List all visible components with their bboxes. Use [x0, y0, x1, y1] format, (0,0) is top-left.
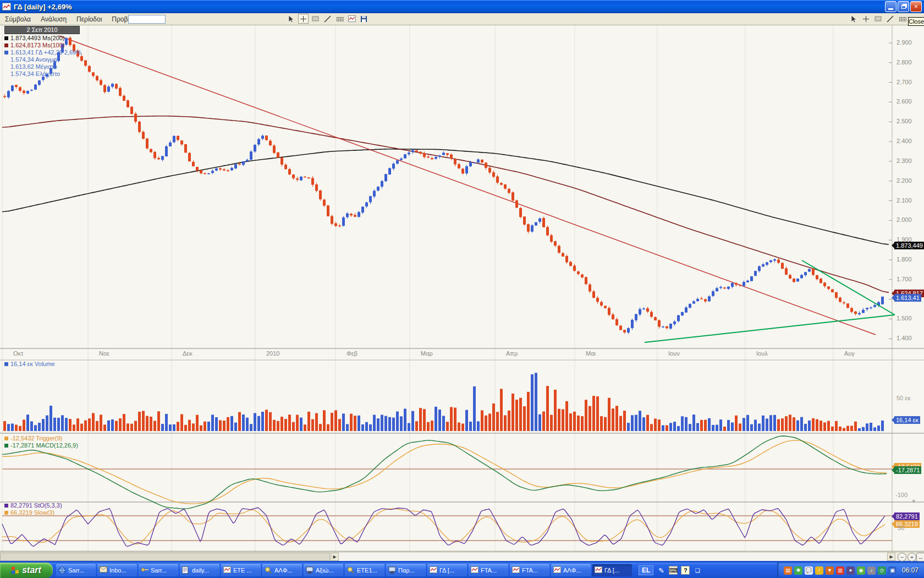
chart-icon: [223, 566, 231, 574]
crosshair-icon-right[interactable]: [861, 14, 871, 24]
time-tick-Δεκ: Δεκ: [183, 350, 193, 357]
language-indicator[interactable]: EL: [639, 565, 653, 575]
time-tick-Ιουν: Ιουν: [668, 350, 680, 357]
mail-icon: [100, 566, 107, 574]
task-button-0[interactable]: Sarr...: [56, 564, 96, 576]
chart-icon: [512, 566, 520, 574]
language-options-icon[interactable]: ❏: [693, 566, 702, 575]
price-tick-2.000: 2.000: [897, 216, 912, 223]
tray-update-icon[interactable]: ▼: [826, 566, 834, 575]
cursor-icon-right[interactable]: [849, 14, 859, 24]
window-title: ΓΔ [daily] +2,69%: [14, 3, 72, 11]
macd-legend-row: -12,5432 Trigger(9): [4, 435, 78, 442]
magnifier-icon: [347, 566, 355, 574]
task-button-1[interactable]: Inbo...: [97, 564, 137, 576]
zoom-out-button[interactable]: −: [898, 553, 906, 561]
crosshair-icon[interactable]: [298, 14, 309, 24]
pen-icon[interactable]: ✎: [657, 566, 666, 575]
chart-legend-row: 1.873,4493 Ms(200): [4, 35, 81, 42]
zoom-in-button[interactable]: +: [908, 553, 916, 561]
task-button-8[interactable]: Παρ...: [386, 564, 426, 576]
chart-icon[interactable]: [346, 14, 357, 24]
price-tick-2.900: 2.900: [897, 39, 912, 46]
save-icon[interactable]: [359, 14, 369, 24]
taskbar: start Sarr...Inbo...Sarr...daily...ETE .…: [0, 563, 924, 578]
close-tooltip: Close: [908, 17, 924, 26]
tray-graphics-icon[interactable]: ◉: [857, 566, 865, 575]
doc-icon: [182, 566, 190, 574]
help-icon[interactable]: ?: [681, 566, 690, 575]
task-button-4[interactable]: ETE ...: [221, 564, 261, 576]
close-button[interactable]: ×: [910, 1, 922, 12]
tray-network-icon[interactable]: ▣: [888, 566, 897, 575]
scrollbar-track[interactable]: [0, 553, 897, 561]
trendline-icon[interactable]: [322, 14, 333, 24]
price-tick-2.800: 2.800: [897, 59, 912, 66]
fit-width-button[interactable]: ↔: [916, 553, 924, 561]
tray-binoculars-icon[interactable]: ●: [846, 566, 855, 575]
price-tick-2.500: 2.500: [897, 118, 912, 125]
horizontal-scrollbar[interactable]: ▶ ▶ − + ↔: [0, 552, 924, 563]
cursor-icon[interactable]: [286, 14, 296, 24]
main-toolbar: [286, 14, 369, 24]
keyboard-icon[interactable]: ⌨: [669, 566, 678, 575]
monitor-icon: [306, 566, 314, 574]
trendline-icon-right[interactable]: [885, 14, 895, 24]
minimize-button[interactable]: [885, 1, 897, 12]
rect-select-icon[interactable]: [310, 14, 321, 24]
chart-legend-row: 1.613,41 ΓΔ +42,29 2,69%: [4, 49, 81, 56]
tray-security-shield-icon[interactable]: !: [815, 566, 823, 575]
chart-icon: [595, 566, 602, 574]
tray-volume-icon[interactable]: ♪: [867, 566, 876, 575]
tray-messenger-icon[interactable]: 💬: [805, 566, 813, 575]
task-button-3[interactable]: daily...: [180, 564, 219, 576]
task-button-12[interactable]: ΑΛΦ...: [551, 564, 591, 576]
task-button-13-active[interactable]: ΓΔ [...: [592, 564, 632, 576]
tray-document-icon[interactable]: ▤: [784, 566, 792, 575]
time-tick-Απρ: Απρ: [506, 350, 518, 357]
date-tag: 2 Σεπ 2010: [4, 26, 80, 34]
chart-app-icon: [2, 3, 11, 10]
volume-legend: 16,14 εκ Volume: [4, 361, 55, 368]
menu-Περίοδοι[interactable]: Περίοδοι: [72, 14, 107, 24]
time-tick-Φεβ: Φεβ: [346, 350, 358, 357]
task-button-5[interactable]: ΑΛΦ...: [262, 564, 302, 576]
tray-antivirus-icon[interactable]: ✱: [794, 566, 802, 575]
task-button-6[interactable]: Αξιώ...: [304, 564, 343, 576]
system-tray: ▤✱💬!▼▥●◉♪◷▣ 06:07: [777, 563, 924, 578]
time-tick-Οκτ: Οκτ: [13, 350, 23, 357]
chart-icon: [553, 566, 561, 574]
chart-legend: 1.873,4493 Ms(200)1.624,8173 Ms(100)1.61…: [4, 35, 81, 78]
restore-button[interactable]: [898, 1, 909, 12]
chart-area[interactable]: 2 Σεπ 2010 1.873,4493 Ms(200)1.624,8173 …: [0, 25, 924, 552]
titlebar: ΓΔ [daily] +2,69% ×: [0, 0, 924, 13]
task-button-9[interactable]: ΓΔ [...: [427, 564, 467, 576]
start-button[interactable]: start: [0, 563, 53, 578]
task-button-11[interactable]: FTA...: [510, 564, 549, 576]
task-button-10[interactable]: FTA...: [469, 564, 508, 576]
task-button-2[interactable]: Sarr...: [139, 564, 178, 576]
time-tick-Μαρ: Μαρ: [421, 350, 433, 357]
stoch-axis-tick: 50: [898, 525, 904, 531]
tray-mail-doc-icon[interactable]: ▥: [836, 566, 844, 575]
time-tick-2010: 2010: [266, 350, 279, 357]
task-button-7[interactable]: ΕΤΕ1...: [345, 564, 384, 576]
grid-icon-right[interactable]: [897, 14, 908, 24]
macd-axis-tick: -100: [895, 492, 908, 498]
grid-icon[interactable]: [334, 14, 345, 24]
chart-canvas[interactable]: [0, 25, 924, 552]
magnifier-icon: [265, 566, 272, 574]
rect-select-icon-right[interactable]: [873, 14, 883, 24]
macd-pane-close-icon[interactable]: ×: [912, 498, 915, 504]
symbol-input[interactable]: [128, 15, 166, 24]
scroll-right-icon[interactable]: ▶: [331, 553, 339, 561]
tray-timer-icon[interactable]: ◷: [878, 566, 886, 575]
menu-Ανάλυση[interactable]: Ανάλυση: [36, 14, 72, 24]
menu-Σύμβολα[interactable]: Σύμβολα: [0, 14, 36, 24]
stoch-fast-tag: 82,2791: [894, 512, 920, 520]
scroll-right-end-icon[interactable]: ▶: [887, 553, 895, 561]
language-bar: EL ✎ ⌨ ? ❏: [639, 565, 702, 575]
scrollbar-thumb[interactable]: [0, 553, 330, 561]
menubar: ΣύμβολαΑνάλυσηΠερίοδοιΠροβολή: [0, 13, 924, 25]
time-tick-Μαι: Μαι: [586, 350, 596, 357]
